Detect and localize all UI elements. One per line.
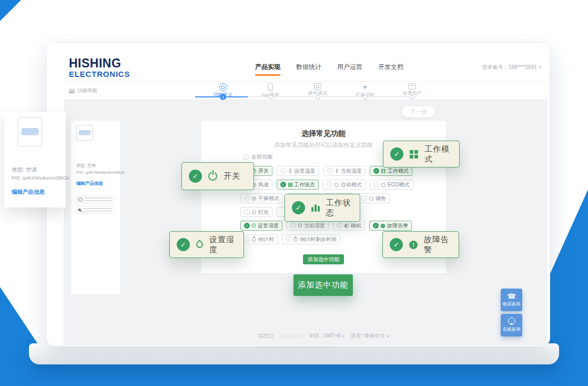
function-chip[interactable]: 倒计时剩余时间 xyxy=(282,234,340,244)
product-type: 类型: 空调 xyxy=(76,163,95,169)
check-circle-icon xyxy=(373,223,379,229)
target-icon xyxy=(219,83,227,91)
chip-label: 开关 xyxy=(258,167,269,175)
product-type: 类型: 空调 xyxy=(12,166,37,174)
function-chip[interactable]: 当前温度 xyxy=(323,166,366,176)
callout-switch: 开关 xyxy=(181,162,254,190)
check-circle-icon xyxy=(373,182,379,187)
app-footer: ©2017 时区: GMT+8 ▾ 语言: 简体中文 ▾ xyxy=(200,332,447,340)
edit-product-link[interactable]: 编辑产品信息 xyxy=(76,181,103,187)
account-menu[interactable]: 登录账号：189****0591 ▾ xyxy=(482,53,541,82)
moon-icon xyxy=(344,224,349,228)
select-all-checkbox[interactable]: 全部功能 xyxy=(243,153,272,161)
check-circle-icon xyxy=(390,238,403,251)
edit-product-link: 编辑产品信息 xyxy=(12,189,45,196)
heat-icon xyxy=(369,196,373,201)
function-chip[interactable]: 干燥模式 xyxy=(240,193,283,203)
laptop-base xyxy=(29,343,559,364)
function-chip[interactable]: 设置湿度 xyxy=(240,221,282,231)
nav-item-product[interactable]: 产品实现 xyxy=(255,60,280,75)
chip-label: 故障告警 xyxy=(387,222,408,230)
phone-icon: ☎ xyxy=(507,293,515,300)
check-circle-icon xyxy=(244,209,250,215)
product-card-popout: 类型: 空调 PID: q4KXWxdurAn39tGb 编辑产品信息 xyxy=(4,112,66,207)
check-circle-icon xyxy=(373,168,379,174)
check-circle-icon xyxy=(337,223,342,229)
chip-label: 自动模式 xyxy=(341,181,362,189)
thermo-icon xyxy=(336,169,338,173)
brand-subname: ELECTRONICS xyxy=(69,70,130,78)
function-chip[interactable]: 倒计时 xyxy=(240,234,278,244)
timer-icon xyxy=(293,237,298,242)
step-dot xyxy=(363,95,368,100)
nav-item-statistics[interactable]: 数据统计 xyxy=(296,60,321,75)
chip-label: 设置湿度 xyxy=(258,222,279,230)
step-dot-active: 1 xyxy=(220,94,226,100)
chip-label: 当前温度 xyxy=(341,167,362,175)
corner-triangle-decoration xyxy=(0,0,21,21)
chevron-down-icon: ▾ xyxy=(387,334,389,339)
chevron-down-icon: ▾ xyxy=(539,65,541,70)
product-pid: PID: q4KXWxdurAn39tGb xyxy=(76,170,125,175)
google-assistant-icon xyxy=(78,209,81,211)
grid-icon xyxy=(381,169,386,173)
bottom-band-decoration xyxy=(0,363,588,386)
amazon-alexa-badge xyxy=(76,195,114,203)
alert-icon xyxy=(409,241,418,249)
chip-label: ECO模式 xyxy=(388,181,410,189)
function-chip[interactable]: 自动模式 xyxy=(323,180,366,190)
chip-row: 开关设置温度当前温度工作模式 xyxy=(240,166,409,176)
check-circle-icon xyxy=(327,182,332,187)
ac-unit-icon xyxy=(22,128,38,135)
function-chip[interactable]: 睡眠 xyxy=(333,221,365,231)
chip-label: 风速 xyxy=(258,181,269,189)
function-chip[interactable]: 设置温度 xyxy=(277,166,319,176)
function-chip[interactable]: ECO模式 xyxy=(370,180,413,190)
panel-title: 选择常见功能 xyxy=(201,129,446,138)
nav-item-docs[interactable]: 开发文档 xyxy=(378,60,403,75)
check-circle-icon xyxy=(390,147,403,161)
function-chip[interactable]: 当前湿度 xyxy=(287,221,329,231)
heart-icon xyxy=(361,83,369,91)
brand-name: HISHING xyxy=(69,57,130,70)
chip-icon xyxy=(314,83,321,90)
grid-icon xyxy=(410,150,418,159)
drop-icon xyxy=(298,223,303,229)
chip-label: 灯光 xyxy=(258,209,269,216)
step-dot xyxy=(410,95,415,100)
function-chip[interactable]: 灯光 xyxy=(240,207,272,217)
step-dot xyxy=(268,95,273,100)
language-selector[interactable]: 语言: 简体中文 ▾ xyxy=(351,332,389,340)
alexa-icon xyxy=(78,197,83,202)
next-step-button[interactable]: 下一步 xyxy=(402,106,435,117)
product-card: 类型: 空调 PID: q4KXWxdurAn39tGb 编辑产品信息 xyxy=(70,120,121,295)
nav-item-operations[interactable]: 用户运营 xyxy=(337,60,362,75)
badge-text-placeholder xyxy=(84,197,112,201)
badge-text-placeholder xyxy=(83,208,112,212)
online-consult-button[interactable]: 在线咨询 xyxy=(501,314,522,336)
add-selected-button[interactable]: 添加选中功能 xyxy=(303,254,344,264)
timezone-selector[interactable]: 时区: GMT+8 ▾ xyxy=(309,332,344,340)
copyright-text: ©2017 xyxy=(258,333,274,339)
check-circle-icon xyxy=(292,201,305,214)
phone-consult-button[interactable]: ☎ 电话咨询 xyxy=(501,289,522,311)
check-circle-icon xyxy=(189,170,202,183)
function-chip[interactable]: 辅热 xyxy=(358,193,390,203)
check-circle-icon xyxy=(327,168,333,174)
brand-logo: HISHING ELECTRONICS xyxy=(69,57,130,78)
function-nav-toggle[interactable]: 功能导航 xyxy=(69,87,97,94)
redacted-company-name xyxy=(280,334,303,339)
chip-label: 睡眠 xyxy=(351,222,361,230)
bars-icon xyxy=(288,183,289,187)
chat-bubble-icon xyxy=(508,318,515,325)
consult-button-group: ☎ 电话咨询 在线咨询 xyxy=(501,289,522,336)
check-circle-icon xyxy=(244,223,250,229)
function-chip[interactable]: 工作状态 xyxy=(277,180,319,190)
marketing-scene: HISHING ELECTRONICS 产品实现 数据统计 用户运营 开发文档 … xyxy=(0,0,588,386)
chip-label: 倒计时剩余时间 xyxy=(300,236,337,243)
chip-label: 辅热 xyxy=(376,195,386,202)
thermo-icon xyxy=(289,169,291,173)
step-dot xyxy=(316,95,320,100)
function-chip[interactable]: 故障告警 xyxy=(369,221,412,231)
callout-set-humidity: 设置湿度 xyxy=(169,231,244,258)
